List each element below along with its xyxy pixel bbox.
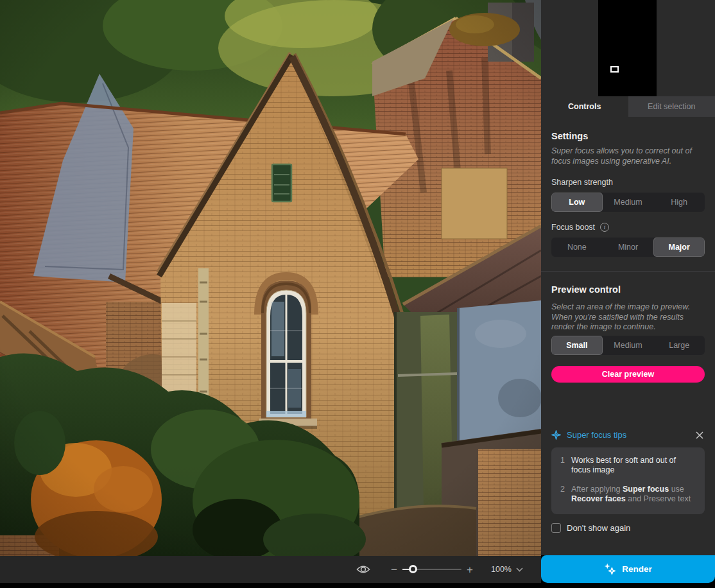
preview-size-option-large[interactable]: Large bbox=[653, 336, 705, 355]
tab-controls[interactable]: Controls bbox=[541, 96, 628, 117]
tip-number: 1 bbox=[560, 456, 567, 476]
navigator-minimap[interactable] bbox=[598, 0, 657, 96]
focus-boost-segmented: None Minor Major bbox=[551, 238, 705, 257]
zoom-control: − + bbox=[388, 564, 476, 575]
tip-text: Works best for soft and out of focus ima… bbox=[571, 456, 696, 476]
preview-size-option-small[interactable]: Small bbox=[551, 336, 603, 355]
tips-title: Super focus tips bbox=[567, 430, 689, 440]
zoom-slider[interactable] bbox=[402, 565, 461, 574]
focus-boost-label: Focus boost i bbox=[551, 223, 705, 232]
dont-show-again-row: Don't show again bbox=[551, 523, 705, 533]
tip-text-part: use bbox=[669, 485, 684, 494]
settings-description: Super focus allows you to correct out of… bbox=[551, 146, 705, 166]
controls-panel: Controls Edit selection Settings Super f… bbox=[541, 0, 715, 555]
tip-text: After applying Super focus use Recover f… bbox=[571, 485, 696, 505]
focus-boost-option-major[interactable]: Major bbox=[653, 238, 705, 257]
preview-control-description: Select an area of the image to preview. … bbox=[551, 302, 705, 333]
eye-icon bbox=[356, 564, 370, 575]
section-divider bbox=[541, 271, 715, 272]
zoom-level-dropdown[interactable]: 100% bbox=[491, 565, 523, 574]
sharpen-option-low[interactable]: Low bbox=[551, 193, 603, 212]
preview-size-segmented: Small Medium Large bbox=[551, 336, 705, 355]
sharpen-strength-segmented: Low Medium High bbox=[551, 193, 705, 212]
tips-header: Super focus tips bbox=[551, 430, 705, 440]
focus-boost-option-minor[interactable]: Minor bbox=[603, 238, 654, 257]
tip-item-2: 2 After applying Super focus use Recover… bbox=[560, 485, 696, 505]
sharpen-strength-label: Sharpen strength bbox=[551, 178, 705, 187]
app-window: − + 100% Controls Edit selection bbox=[0, 0, 715, 588]
tip-text-part: Super focus bbox=[623, 485, 669, 494]
close-icon bbox=[696, 431, 703, 439]
settings-title: Settings bbox=[551, 131, 705, 141]
navigator-viewport[interactable] bbox=[610, 66, 619, 73]
navigator bbox=[541, 0, 715, 96]
preview-size-option-medium[interactable]: Medium bbox=[603, 336, 654, 355]
sparkle-icon bbox=[551, 430, 561, 440]
tip-text-part: After applying bbox=[571, 485, 623, 494]
info-icon[interactable]: i bbox=[600, 223, 609, 232]
preview-original-button[interactable] bbox=[355, 561, 372, 578]
tips-card: 1 Works best for soft and out of focus i… bbox=[551, 447, 705, 514]
sharpen-option-high[interactable]: High bbox=[653, 193, 705, 212]
preview-control-title: Preview control bbox=[551, 284, 705, 295]
tab-edit-selection[interactable]: Edit selection bbox=[628, 96, 715, 117]
zoom-slider-knob[interactable] bbox=[409, 565, 417, 573]
tip-text-part: Recover faces bbox=[571, 494, 626, 503]
zoom-level-value: 100% bbox=[491, 565, 512, 574]
focus-boost-option-none[interactable]: None bbox=[551, 238, 603, 257]
tip-text-part: Works best for soft and out of focus ima… bbox=[571, 456, 676, 475]
chevron-down-icon bbox=[516, 567, 523, 572]
tip-item-1: 1 Works best for soft and out of focus i… bbox=[560, 456, 696, 476]
render-button[interactable]: Render bbox=[541, 555, 715, 583]
tip-text-part: Preserve text bbox=[644, 494, 691, 503]
photo-canvas[interactable] bbox=[0, 0, 541, 556]
tips-close-button[interactable] bbox=[694, 430, 705, 440]
sharpen-strength-label-text: Sharpen strength bbox=[551, 178, 613, 187]
view-toolbar: − + 100% bbox=[0, 556, 541, 583]
zoom-out-button[interactable]: − bbox=[388, 564, 400, 575]
zoom-in-button[interactable]: + bbox=[464, 564, 476, 575]
panel-content: Settings Super focus allows you to corre… bbox=[541, 117, 715, 555]
sharpen-option-medium[interactable]: Medium bbox=[603, 193, 654, 212]
clear-preview-button[interactable]: Clear preview bbox=[551, 366, 705, 383]
dont-show-again-label: Don't show again bbox=[567, 523, 630, 533]
photo-scene bbox=[0, 0, 541, 556]
tip-number: 2 bbox=[560, 485, 567, 505]
tab-bar: Controls Edit selection bbox=[541, 96, 715, 117]
focus-boost-label-text: Focus boost bbox=[551, 223, 595, 232]
dont-show-again-checkbox[interactable] bbox=[551, 523, 561, 533]
tip-text-part: and bbox=[626, 494, 644, 503]
sparkles-icon bbox=[604, 563, 616, 575]
render-button-label: Render bbox=[622, 564, 652, 574]
